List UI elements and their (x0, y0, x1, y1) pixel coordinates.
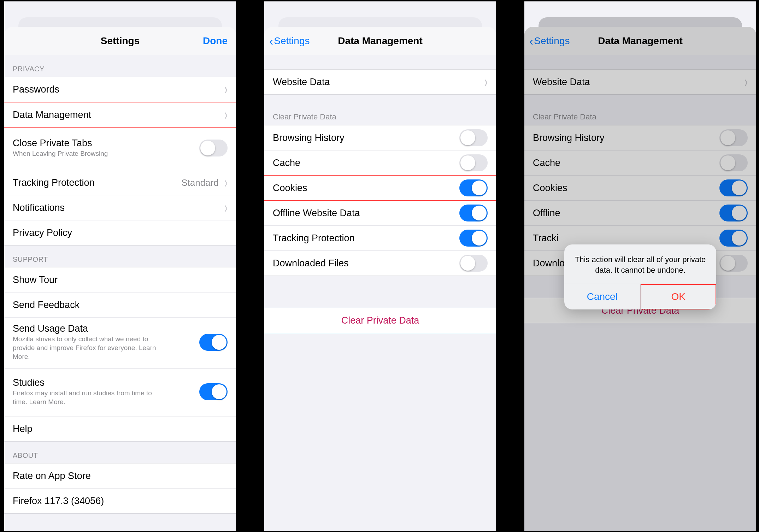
row-offline-website-data[interactable]: Offline Website Data (264, 201, 496, 226)
row-data-management[interactable]: Data Management › (4, 102, 236, 128)
section-header-privacy: PRIVACY (4, 55, 236, 77)
chevron-right-icon: › (224, 173, 228, 191)
chevron-left-icon: ‹ (269, 35, 273, 47)
chevron-right-icon: › (224, 80, 228, 98)
row-notifications[interactable]: Notifications › (4, 195, 236, 220)
row-cache[interactable]: Cache (264, 150, 496, 176)
confirm-alert: This action will clear all of your priva… (564, 244, 716, 309)
section-header-clear-private: Clear Private Data (264, 95, 496, 125)
switch-tracking-protection[interactable] (459, 230, 488, 247)
row-help[interactable]: Help (4, 416, 236, 441)
page-title: Settings (101, 35, 140, 47)
switch-downloaded-files[interactable] (459, 255, 488, 272)
switch-offline-data[interactable] (459, 205, 488, 221)
row-cookies[interactable]: Cookies (264, 176, 496, 201)
row-rate-app-store[interactable]: Rate on App Store (4, 463, 236, 489)
chevron-right-icon: › (224, 199, 228, 217)
clear-private-data-button[interactable]: Clear Private Data (264, 308, 496, 333)
alert-ok-button[interactable]: OK (640, 284, 717, 309)
page-title: Data Management (338, 35, 423, 47)
row-tracking-protection[interactable]: Tracking Protection (264, 226, 496, 251)
switch-close-private-tabs[interactable] (199, 140, 228, 156)
row-tracking-protection[interactable]: Tracking Protection Standard › (4, 170, 236, 195)
row-downloaded-files[interactable]: Downloaded Files (264, 251, 496, 276)
switch-cookies[interactable] (459, 179, 488, 196)
row-privacy-policy[interactable]: Privacy Policy (4, 220, 236, 245)
row-close-private-tabs[interactable]: Close Private Tabs When Leaving Private … (4, 128, 236, 170)
row-send-usage-data[interactable]: Send Usage Data Mozilla strives to only … (4, 318, 236, 369)
switch-usage-data[interactable] (199, 334, 228, 351)
nav-bar: ‹ Settings Data Management (264, 27, 496, 55)
chevron-right-icon: › (224, 106, 228, 124)
row-passwords[interactable]: Passwords › (4, 77, 236, 102)
done-button[interactable]: Done (203, 35, 228, 47)
row-version[interactable]: Firefox 117.3 (34056) (4, 489, 236, 513)
switch-cache[interactable] (459, 154, 488, 171)
row-show-tour[interactable]: Show Tour (4, 267, 236, 292)
back-button[interactable]: ‹ Settings (269, 35, 310, 47)
section-header-support: SUPPORT (4, 246, 236, 267)
alert-cancel-button[interactable]: Cancel (564, 284, 640, 309)
row-studies[interactable]: Studies Firefox may install and run stud… (4, 369, 236, 416)
row-send-feedback[interactable]: Send Feedback (4, 292, 236, 318)
switch-browsing-history[interactable] (459, 129, 488, 146)
nav-bar: Settings Done (4, 27, 236, 55)
chevron-right-icon: › (484, 73, 488, 91)
row-website-data[interactable]: Website Data › (264, 70, 496, 94)
section-header-about: ABOUT (4, 442, 236, 463)
row-browsing-history[interactable]: Browsing History (264, 125, 496, 150)
switch-studies[interactable] (199, 383, 228, 400)
alert-message: This action will clear all of your priva… (564, 244, 716, 284)
